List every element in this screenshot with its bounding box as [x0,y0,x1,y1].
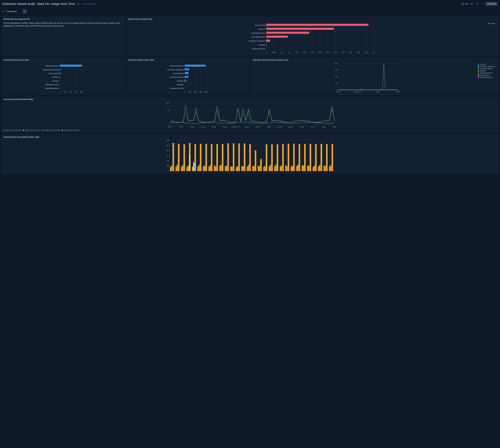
svg-text:35k: 35k [319,52,321,53]
svg-rect-228 [310,144,311,171]
svg-text:Compare: Compare [52,80,59,82]
total-scanned-retrieved-panel: Total Scanned and Retrieved (GB) 150k200… [1,96,499,133]
svg-rect-158 [188,165,189,171]
svg-text:20: 20 [167,109,169,111]
svg-rect-166 [197,167,198,171]
filter-icon[interactable] [476,2,479,5]
svg-text:45k: 45k [334,52,337,53]
svg-rect-173 [210,165,211,171]
svg-rect-238 [329,166,330,171]
svg-rect-47 [266,44,267,46]
svg-rect-195 [249,144,251,171]
svg-rect-222 [299,144,300,171]
info-text: Use this dashboard to monitor search usa… [3,22,122,27]
svg-rect-186 [233,143,234,171]
svg-text:18:00: 18:00 [336,91,340,93]
svg-text:300: 300 [335,69,338,71]
svg-rect-164 [193,162,194,171]
scanned-gb-panel: Scanned (GB) by Query Type 01M2M3M4MSche… [1,57,125,95]
more-icon[interactable] [481,2,484,5]
svg-text:40k: 40k [326,52,329,53]
svg-rect-232 [318,167,319,171]
svg-text:0: 0 [184,91,185,93]
svg-text:Interactive Search: Interactive Search [252,48,265,50]
svg-text:19:00: 19:00 [190,126,194,128]
svg-point-4 [482,4,482,4]
filter-value-dropdown[interactable]: Continuous [6,10,19,13]
svg-rect-218 [292,166,293,171]
svg-text:0: 0 [168,170,169,172]
query-count-panel: Query Count by Query Type queries 05,000… [126,16,499,56]
svg-rect-216 [288,144,289,171]
svg-text:Compare: Compare [258,44,265,46]
svg-rect-170 [204,165,205,171]
add-panel-button[interactable]: Add Panel [485,2,498,6]
svg-rect-202 [263,167,264,171]
total-sr-chart[interactable]: 150k20016:0017:3019:0020:3022:0023:3001:… [3,102,497,131]
svg-rect-150 [172,143,174,171]
runtime-chart[interactable]: CompareInteractive DashboardInteractive … [253,63,497,93]
add-filter-button[interactable]: + [23,9,27,13]
panel-title: Avg Query RunTime (sec) by Query Type [253,59,497,61]
svg-text:55k: 55k [349,52,352,53]
refresh-icon[interactable] [470,2,474,5]
svg-rect-169 [203,166,204,171]
scanned-gb-chart[interactable]: 01M2M3M4MScheduled SearchInteractive Das… [3,63,122,93]
svg-text:20k: 20k [167,165,169,167]
svg-text:Interactive Dashboard: Interactive Dashboard [167,69,184,71]
svg-rect-180 [222,144,223,171]
svg-rect-240 [332,144,333,171]
svg-rect-224 [303,165,304,171]
svg-rect-175 [214,165,215,171]
svg-text:10k: 10k [280,52,283,53]
svg-text:05:30: 05:30 [267,126,271,128]
share-icon[interactable] [76,2,80,5]
svg-rect-226 [307,165,308,171]
svg-rect-153 [178,144,180,171]
svg-text:Scheduled Search: Scheduled Search [252,32,265,34]
svg-text:200: 200 [189,91,191,93]
svg-text:06:00: 06:00 [376,91,380,93]
svg-text:13:00: 13:00 [322,126,325,128]
svg-rect-217 [291,167,292,171]
svg-text:65k: 65k [365,52,367,53]
svg-rect-184 [230,167,231,171]
svg-text:Sumo Internal: Sumo Internal [173,72,183,74]
svg-rect-212 [281,165,282,171]
svg-text:100k: 100k [166,145,169,146]
svg-text:02:30: 02:30 [245,126,249,128]
svg-rect-63 [60,68,61,70]
panel-title: Scanned Bytes Used (GB) by Query Type [3,136,497,138]
svg-text:30k: 30k [311,52,314,53]
svg-text:10:00: 10:00 [300,126,303,128]
svg-rect-160 [189,155,191,171]
svg-rect-39 [266,28,334,30]
info-panel: Monitoring Your Usage by Tier Use this d… [1,16,125,56]
svg-rect-239 [330,165,331,171]
svg-rect-185 [231,166,233,171]
svg-rect-167 [199,165,200,171]
runtime-panel: Avg Query RunTime (sec) by Query Type Co… [251,57,499,95]
svg-rect-189 [238,143,240,171]
query-count-chart[interactable]: queries 05,00010k15k20k25k30k35k40k45k50… [128,22,497,54]
svg-text:Monitors: Monitors [52,76,59,78]
svg-rect-172 [209,167,210,171]
svg-text:23:30: 23:30 [223,126,227,128]
svg-text:08:30: 08:30 [289,126,293,128]
svg-rect-148 [170,167,171,171]
svg-rect-161 [192,167,193,171]
svg-text:07:00: 07:00 [278,126,282,128]
scanned-bytes-chart[interactable]: 020k40k60k80k100k120k [3,140,497,172]
svg-rect-65 [60,72,61,74]
svg-rect-67 [60,76,60,78]
save-status: All changes saved [82,3,96,5]
time-range-picker[interactable]: -24h [462,3,468,5]
svg-text:0: 0 [337,89,338,91]
svg-rect-177 [216,144,218,171]
svg-text:11:30: 11:30 [311,126,315,128]
svg-rect-45 [266,40,270,42]
retrieved-gb-chart[interactable]: 0200400600800Scheduled SearchInteractive… [128,63,247,93]
svg-text:0: 0 [266,52,267,53]
svg-text:Interactive Search: Interactive Search [45,84,59,86]
svg-text:00:00 Dec 21: 00:00 Dec 21 [354,91,363,93]
